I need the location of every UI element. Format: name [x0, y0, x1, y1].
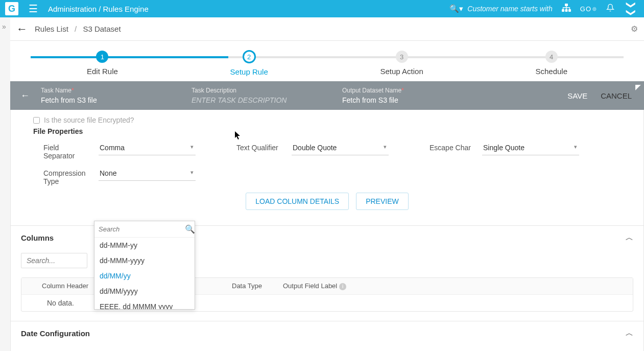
- step-setup-action[interactable]: 3 Setup Action: [380, 51, 423, 76]
- file-properties-title: File Properties: [33, 127, 631, 135]
- crumb-rules-list[interactable]: Rules List: [35, 25, 68, 33]
- task-description-input[interactable]: ENTER TASK DESCRIPTION: [192, 96, 342, 104]
- encrypted-checkbox[interactable]: [33, 117, 40, 124]
- svg-rect-1: [562, 9, 564, 12]
- th-data-type: Data Type: [226, 278, 277, 294]
- compression-label: Compression Type: [43, 167, 89, 185]
- timezone-select[interactable]: UTC: [453, 348, 550, 352]
- back-arrow-icon[interactable]: ←: [16, 22, 28, 36]
- collapse-taskbar-icon[interactable]: ◤: [635, 83, 641, 91]
- save-button[interactable]: SAVE: [567, 91, 587, 100]
- dropdown-search-input[interactable]: [99, 225, 185, 233]
- page-breadcrumb: Rules List / S3 Dataset: [35, 25, 121, 33]
- svg-rect-0: [565, 4, 568, 6]
- svg-rect-2: [565, 9, 567, 12]
- info-icon[interactable]: i: [339, 283, 346, 290]
- columns-title: Columns: [21, 233, 54, 242]
- compression-select[interactable]: None: [99, 167, 196, 181]
- taskbar-back-icon[interactable]: ←: [20, 90, 30, 101]
- svg-rect-3: [568, 9, 571, 12]
- escape-char-label: Escape Char: [430, 142, 473, 152]
- datetime-format-label: DateTime Format: [204, 348, 265, 352]
- text-qualifier-label: Text Qualifier: [236, 142, 282, 152]
- expand-icon[interactable]: ❯❯: [626, 1, 637, 16]
- top-nav: G ☰ Administration / Rules Engine 🔍▾ Cus…: [0, 0, 644, 17]
- org-chart-icon[interactable]: [562, 4, 571, 14]
- crumb-current: S3 Dataset: [83, 25, 121, 33]
- step-schedule[interactable]: 4 Schedule: [535, 51, 567, 76]
- search-icon: 🔍▾: [449, 4, 463, 13]
- date-format-select[interactable]: yyyy-MM-dd: [81, 348, 178, 352]
- task-bar: ← ◤ Task Name* Fetch from S3 file Task D…: [10, 81, 644, 110]
- date-config-title: Date Configuration: [21, 329, 90, 338]
- th-output-field: Output Field Labeli: [277, 278, 404, 294]
- expand-sidebar-icon[interactable]: »: [2, 22, 6, 31]
- preview-button[interactable]: PREVIEW: [356, 193, 409, 210]
- app-logo[interactable]: G: [5, 2, 18, 15]
- bell-icon[interactable]: [606, 4, 614, 14]
- field-separator-label: Field Separator: [43, 142, 89, 160]
- sub-header: ← Rules List / S3 Dataset ⚙: [10, 17, 644, 41]
- menu-icon[interactable]: ☰: [29, 3, 38, 15]
- encrypted-label: Is the source file Encrypted?: [44, 116, 134, 124]
- step-setup-rule[interactable]: 2 Setup Rule: [230, 50, 268, 76]
- dropdown-option[interactable]: dd/MM/yy: [94, 268, 195, 284]
- date-config-panel: Date Configuration ︿ Date Format yyyy-MM…: [11, 321, 643, 352]
- load-column-details-button[interactable]: LOAD COLUMN DETAILS: [246, 193, 349, 210]
- timezone-label: Time Zone: [403, 348, 444, 352]
- output-dataset-value[interactable]: Fetch from S3 file: [342, 96, 493, 104]
- dropdown-option[interactable]: dd/MM/yyyy: [94, 284, 195, 299]
- cancel-button[interactable]: CANCEL: [601, 91, 632, 100]
- escape-char-select[interactable]: Single Quote: [482, 142, 579, 155]
- chevron-up-icon[interactable]: ︿: [626, 233, 633, 243]
- top-search-placeholder: Customer name starts with: [467, 5, 553, 13]
- task-name-value[interactable]: Fetch from S3 file: [41, 96, 192, 104]
- dropdown-option[interactable]: dd-MMM-yy: [94, 238, 195, 253]
- dropdown-option[interactable]: dd-MMM-yyyy: [94, 253, 195, 268]
- date-format-label: Date Format: [26, 348, 72, 352]
- chevron-up-icon[interactable]: ︿: [626, 329, 633, 338]
- field-separator-select[interactable]: Comma: [99, 142, 196, 155]
- gear-icon[interactable]: ⚙: [631, 24, 638, 34]
- stepper: 1 Edit Rule 2 Setup Rule 3 Setup Action …: [10, 41, 644, 81]
- columns-search-input[interactable]: [21, 253, 87, 268]
- dropdown-options: dd-MMM-yy dd-MMM-yyyy dd/MM/yy dd/MM/yyy…: [94, 238, 195, 309]
- date-format-dropdown: 🔍 dd-MMM-yy dd-MMM-yyyy dd/MM/yy dd/MM/y…: [94, 221, 195, 310]
- top-breadcrumb: Administration / Rules Engine: [48, 5, 149, 13]
- search-icon: 🔍: [185, 224, 195, 234]
- dropdown-option[interactable]: EEEE, dd MMMM yyyy: [94, 299, 195, 309]
- go-button[interactable]: GO◎: [580, 5, 597, 13]
- datetime-format-select[interactable]: yyyy-MM-dd'T'HH:mm:ss['.'...: [274, 348, 377, 352]
- text-qualifier-select[interactable]: Double Quote: [292, 142, 389, 155]
- step-edit-rule[interactable]: 1 Edit Rule: [87, 51, 118, 76]
- top-search[interactable]: 🔍▾ Customer name starts with: [449, 4, 553, 13]
